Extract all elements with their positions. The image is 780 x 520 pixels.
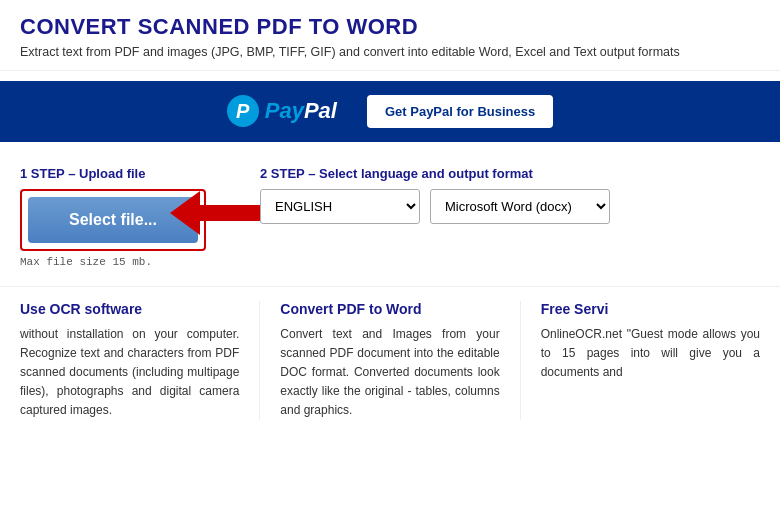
language-select[interactable]: ENGLISH FRENCH GERMAN SPANISH ITALIAN PO… <box>260 189 420 224</box>
arrow-head <box>170 191 200 235</box>
feature-convert: Convert PDF to Word Convert text and Ima… <box>280 301 520 421</box>
page-header: CONVERT SCANNED PDF TO WORD Extract text… <box>0 0 780 71</box>
feature-free-title: Free Servi <box>541 301 760 317</box>
feature-ocr-text: without installation on your computer. R… <box>20 325 239 421</box>
features-section: Use OCR software without installation on… <box>0 286 780 435</box>
feature-free: Free Servi OnlineOCR.net "Guest mode all… <box>541 301 760 421</box>
step-1-label: 1 STEP – Upload file <box>20 166 240 181</box>
steps-section: 1 STEP – Upload file Select file... Max … <box>0 152 780 282</box>
paypal-banner: P PayPal Get PayPal for Business <box>0 81 780 142</box>
feature-convert-title: Convert PDF to Word <box>280 301 499 317</box>
paypal-logo: P PayPal <box>227 95 337 127</box>
step-2: 2 STEP – Select language and output form… <box>240 166 760 268</box>
page-title: CONVERT SCANNED PDF TO WORD <box>20 14 760 40</box>
feature-free-text: OnlineOCR.net "Guest mode allows you to … <box>541 325 760 383</box>
max-size-label: Max file size 15 mb. <box>20 256 240 268</box>
paypal-text: PayPal <box>265 98 337 124</box>
feature-ocr-title: Use OCR software <box>20 301 239 317</box>
feature-convert-text: Convert text and Images from your scanne… <box>280 325 499 421</box>
paypal-business-button[interactable]: Get PayPal for Business <box>367 95 553 128</box>
page-subtitle: Extract text from PDF and images (JPG, B… <box>20 44 760 62</box>
step-2-controls: ENGLISH FRENCH GERMAN SPANISH ITALIAN PO… <box>260 189 760 224</box>
red-arrow <box>170 191 260 235</box>
format-select[interactable]: Microsoft Word (docx) Microsoft Excel (x… <box>430 189 610 224</box>
arrow-body <box>200 205 260 221</box>
step-2-label: 2 STEP – Select language and output form… <box>260 166 760 181</box>
feature-ocr: Use OCR software without installation on… <box>20 301 260 421</box>
paypal-icon: P <box>227 95 259 127</box>
